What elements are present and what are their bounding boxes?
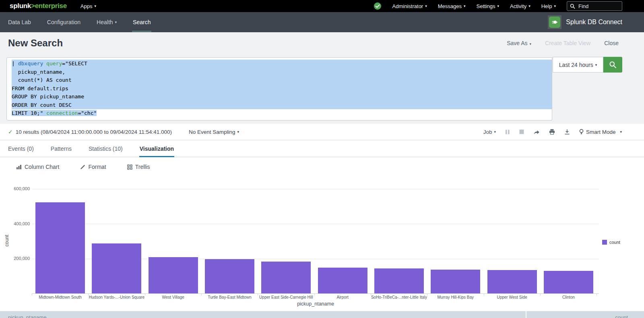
chart-bar[interactable]: [92, 243, 141, 293]
trellis-grid-icon: [127, 164, 132, 170]
x-category-label: Midtown-Midtown South: [32, 295, 89, 299]
topbar-menu-settings[interactable]: Settings▾: [477, 3, 500, 9]
appbar-item-data-lab[interactable]: Data Lab: [8, 12, 31, 32]
job-controls: Job ▾ Smart Mode ▾: [483, 129, 622, 135]
apps-label: Apps: [80, 3, 93, 9]
legend-label: count: [609, 240, 620, 245]
stop-icon[interactable]: [519, 129, 524, 134]
status-check-circle-icon[interactable]: [374, 2, 382, 10]
share-icon[interactable]: [533, 129, 540, 135]
query-line: count(*) AS count: [12, 76, 552, 85]
chevron-down-icon: ▾: [497, 4, 499, 8]
time-range-picker[interactable]: Last 24 hours ▾: [553, 57, 603, 73]
topbar-right: Administrator▾Messages▾Settings▾Activity…: [374, 1, 622, 11]
app-identity: Splunk DB Connect: [548, 15, 622, 29]
legend-swatch: [602, 240, 607, 245]
tab-visualization[interactable]: Visualization: [140, 140, 174, 157]
pencil-icon: [80, 164, 85, 170]
magnifier-icon: [570, 4, 575, 9]
find-search-box[interactable]: [567, 1, 622, 11]
viz-toolbar: Column Chart Format Trellis: [0, 157, 644, 177]
find-input[interactable]: [578, 3, 611, 10]
chart-bar[interactable]: [149, 257, 198, 293]
chart-type-button[interactable]: Column Chart: [16, 164, 59, 170]
query-line: FROM default.trips: [12, 85, 552, 93]
x-axis-title: pickup_ntaname: [32, 301, 599, 307]
chevron-down-icon: ▾: [554, 4, 556, 8]
success-check-icon: ✓: [8, 129, 13, 135]
search-query-editor[interactable]: | dbxquery query="SELECT pickup_ntaname,…: [6, 57, 552, 121]
trellis-button[interactable]: Trellis: [127, 164, 150, 170]
x-category-label: Hudson Yards-...-Union Square: [89, 295, 145, 299]
page-title: New Search: [8, 37, 63, 49]
chevron-down-icon: ▾: [620, 130, 622, 134]
topbar-menu-help[interactable]: Help▾: [541, 3, 556, 9]
y-tick-label: 400,000: [0, 221, 30, 226]
column-header-count[interactable]: count: [526, 311, 644, 318]
chevron-down-icon: ▾: [494, 130, 496, 134]
tab-patterns[interactable]: Patterns: [51, 140, 72, 157]
topbar-menu-administrator[interactable]: Administrator▾: [392, 3, 427, 9]
nav-label: Search: [133, 19, 151, 25]
x-category-label: Murray Hill-Kips Bay: [427, 295, 484, 299]
job-menu-button[interactable]: Job ▾: [483, 129, 496, 135]
chart-legend[interactable]: count: [602, 240, 620, 245]
appbar-item-search[interactable]: Search: [133, 12, 151, 32]
chart-bar[interactable]: [544, 271, 593, 293]
x-category-label: Upper West Side: [484, 295, 540, 299]
query-line: ORDER BY count DESC: [12, 101, 552, 110]
save-as-button[interactable]: Save As▾: [507, 40, 531, 46]
tab-statistics-10[interactable]: Statistics (10): [89, 140, 123, 157]
appbar-item-configuration[interactable]: Configuration: [47, 12, 80, 32]
chart-bar[interactable]: [205, 259, 254, 293]
chevron-down-icon: ▾: [425, 4, 427, 8]
format-button[interactable]: Format: [80, 164, 106, 170]
create-table-view-button: Create Table View: [545, 40, 590, 46]
chart-bar[interactable]: [487, 270, 537, 293]
magnifier-icon: [609, 61, 617, 69]
chart-bar[interactable]: [261, 262, 311, 293]
app-title: Splunk DB Connect: [566, 19, 622, 26]
column-header-pickup-ntaname[interactable]: pickup_ntaname: [0, 311, 526, 318]
close-button[interactable]: Close: [604, 40, 619, 46]
chevron-down-icon: ▾: [115, 20, 117, 24]
splunk-logo: splunk>enterprise: [10, 2, 67, 10]
chevron-down-icon: ▾: [528, 4, 530, 8]
download-icon[interactable]: [564, 129, 570, 135]
statistics-table-header: pickup_ntaname count: [0, 311, 644, 318]
tab-events-0[interactable]: Events (0): [8, 140, 34, 157]
chart-bar[interactable]: [318, 268, 367, 293]
pause-icon[interactable]: [505, 129, 510, 135]
x-category-label: Turtle Bay-East Midtown: [201, 295, 258, 299]
print-icon[interactable]: [549, 129, 555, 135]
topbar-menu-activity[interactable]: Activity▾: [510, 3, 530, 9]
chart-bar[interactable]: [35, 202, 85, 293]
column-chart: 200,000400,000600,000Midtown-Midtown Sou…: [0, 177, 644, 311]
x-category-label: Clinton: [540, 295, 597, 299]
topbar-menu-messages[interactable]: Messages▾: [438, 3, 466, 9]
global-topbar: splunk>enterprise Apps ▾ Administrator▾M…: [0, 0, 644, 12]
x-category-label: Airport: [314, 295, 371, 299]
event-sampling-label: No Event Sampling: [189, 129, 235, 135]
chart-bar[interactable]: [431, 270, 480, 293]
search-submit-button[interactable]: [603, 57, 622, 73]
smart-mode-label: Smart Mode: [586, 129, 616, 135]
selected-text: LIMIT 10;" connection="chc": [12, 110, 97, 116]
appbar-item-health[interactable]: Health▾: [97, 12, 117, 32]
chevron-down-icon: ▾: [530, 42, 532, 46]
query-line: GROUP BY pickup_ntaname: [12, 93, 552, 101]
db-connect-app-icon: [548, 15, 561, 29]
gridline: [32, 224, 599, 224]
x-category-label: SoHo-TriBeCa-...nter-Little Italy: [371, 295, 427, 299]
job-label: Job: [483, 129, 492, 135]
smart-mode-dropdown[interactable]: Smart Mode ▾: [579, 129, 622, 135]
chart-type-label: Column Chart: [25, 164, 59, 170]
topbar-menu-apps[interactable]: Apps ▾: [80, 3, 96, 9]
search-header-band: New Search Save As▾ Create Table View Cl…: [0, 32, 644, 124]
chart-bar[interactable]: [374, 268, 424, 293]
chart-area: 200,000400,000600,000Midtown-Midtown Sou…: [0, 177, 644, 311]
query-line: pickup_ntaname,: [12, 68, 552, 77]
splunk-db-connect-window: splunk>enterprise Apps ▾ Administrator▾M…: [0, 0, 644, 318]
save-as-label: Save As: [507, 40, 527, 46]
event-sampling-dropdown[interactable]: No Event Sampling ▾: [189, 129, 239, 135]
